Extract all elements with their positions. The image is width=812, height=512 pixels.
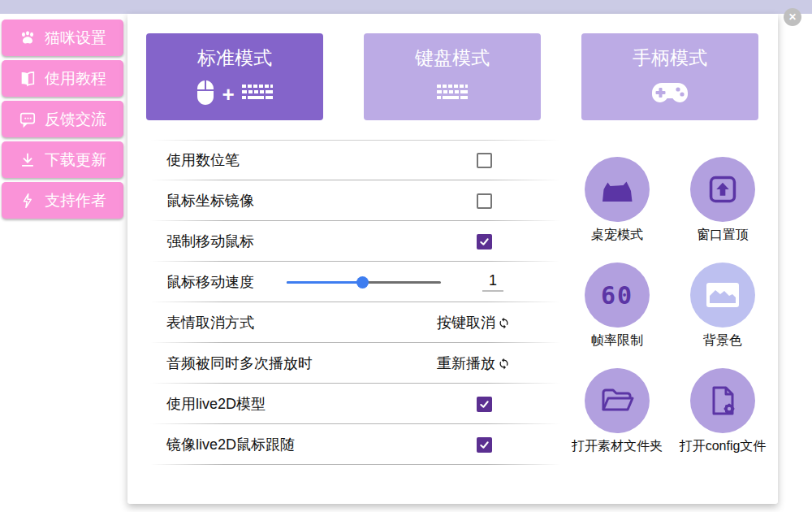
action-window-on-top[interactable]: 窗口置顶 bbox=[670, 157, 775, 244]
setting-label: 镜像live2D鼠标跟随 bbox=[166, 435, 295, 454]
action-label: 打开config文件 bbox=[680, 438, 767, 455]
setting-label: 使用live2D模型 bbox=[166, 394, 266, 414]
checkmark-icon bbox=[479, 440, 490, 450]
file-gear-icon bbox=[708, 384, 737, 417]
mode-button-keyboard[interactable]: 键盘模式 bbox=[364, 33, 541, 120]
sidebar: 猫咪设置 使用教程 反馈交流 下载更新 bbox=[2, 20, 123, 223]
setting-row-digital-pen: 使用数位笔 bbox=[150, 140, 560, 180]
mode-label: 键盘模式 bbox=[415, 46, 490, 71]
sidebar-item-label: 下载更新 bbox=[45, 150, 106, 171]
mouse-speed-value-input[interactable]: 1 bbox=[482, 272, 503, 292]
cycle-value: 按键取消 bbox=[437, 313, 495, 332]
setting-label: 强制移动鼠标 bbox=[166, 232, 254, 251]
action-label: 背景色 bbox=[703, 332, 742, 349]
folder-open-icon bbox=[600, 387, 634, 414]
mode-selector: 标准模式 + 键盘模式 bbox=[146, 33, 758, 120]
keyboard-icon bbox=[436, 84, 469, 105]
cat-icon bbox=[598, 176, 637, 203]
fps-badge: 60 bbox=[601, 281, 633, 310]
action-label: 打开素材文件夹 bbox=[572, 438, 663, 455]
live2d-model-checkbox[interactable] bbox=[477, 397, 492, 412]
setting-row-mouse-speed: 鼠标移动速度 1 bbox=[150, 262, 560, 302]
sidebar-item-tutorial[interactable]: 使用教程 bbox=[2, 60, 123, 97]
setting-label: 表情取消方式 bbox=[166, 313, 254, 332]
setting-label: 使用数位笔 bbox=[166, 150, 240, 170]
force-move-mouse-checkbox[interactable] bbox=[477, 234, 492, 249]
gamepad-icon bbox=[651, 81, 689, 107]
mode-label: 手柄模式 bbox=[633, 46, 707, 71]
book-icon bbox=[19, 70, 37, 88]
action-label: 桌宠模式 bbox=[591, 227, 643, 244]
paw-icon bbox=[19, 29, 37, 47]
mouse-icon bbox=[196, 80, 215, 109]
sidebar-item-label: 支持作者 bbox=[45, 190, 106, 211]
digital-pen-checkbox[interactable] bbox=[477, 153, 492, 168]
sidebar-item-label: 使用教程 bbox=[45, 68, 106, 89]
mode-label: 标准模式 bbox=[197, 46, 272, 71]
mode-button-standard[interactable]: 标准模式 + bbox=[146, 33, 323, 120]
action-label: 窗口置顶 bbox=[697, 227, 749, 244]
expression-cancel-cycle-button[interactable]: 按键取消 bbox=[437, 313, 510, 332]
cycle-value: 重新播放 bbox=[437, 354, 495, 373]
setting-label: 鼠标坐标镜像 bbox=[166, 191, 254, 210]
mode-button-gamepad[interactable]: 手柄模式 bbox=[581, 33, 758, 120]
action-open-assets-folder[interactable]: 打开素材文件夹 bbox=[564, 368, 670, 455]
keyboard-icon bbox=[241, 84, 274, 105]
slider-thumb[interactable] bbox=[356, 276, 369, 289]
sync-icon bbox=[498, 317, 510, 329]
chat-icon bbox=[19, 111, 37, 128]
slider-fill bbox=[287, 281, 362, 284]
settings-panel: 标准模式 + 键盘模式 bbox=[127, 14, 778, 504]
setting-row-live2d-mirror-follow: 镜像live2D鼠标跟随 bbox=[150, 424, 560, 465]
setting-label: 鼠标移动速度 bbox=[166, 272, 254, 292]
settings-list: 使用数位笔 鼠标坐标镜像 强制移动鼠标 鼠标移动速度 1 bbox=[150, 140, 560, 465]
window-titlebar bbox=[0, 0, 812, 14]
checkmark-icon bbox=[479, 236, 490, 247]
setting-row-live2d-model: 使用live2D模型 bbox=[150, 384, 560, 424]
sidebar-item-feedback[interactable]: 反馈交流 bbox=[2, 101, 123, 137]
plus-icon: + bbox=[222, 84, 234, 105]
action-background-color[interactable]: 背景色 bbox=[670, 263, 775, 349]
lightning-icon bbox=[19, 192, 37, 210]
download-icon bbox=[19, 151, 37, 169]
audio-replay-cycle-button[interactable]: 重新播放 bbox=[437, 354, 510, 373]
setting-row-mouse-mirror: 鼠标坐标镜像 bbox=[150, 180, 560, 221]
sidebar-item-label: 反馈交流 bbox=[45, 109, 106, 130]
window-top-icon bbox=[706, 173, 739, 206]
action-open-config-file[interactable]: 打开config文件 bbox=[670, 368, 775, 455]
sidebar-item-cat-settings[interactable]: 猫咪设置 bbox=[2, 20, 123, 56]
checkmark-icon bbox=[479, 399, 490, 410]
quick-actions-grid: 桌宠模式 窗口置顶 60 帧率限制 背 bbox=[564, 157, 775, 455]
action-fps-limit[interactable]: 60 帧率限制 bbox=[564, 263, 670, 349]
sync-icon bbox=[498, 358, 510, 370]
sidebar-item-download-update[interactable]: 下载更新 bbox=[2, 141, 123, 178]
sidebar-item-label: 猫咪设置 bbox=[45, 28, 106, 49]
live2d-mirror-follow-checkbox[interactable] bbox=[477, 437, 492, 453]
image-icon bbox=[705, 281, 741, 309]
action-label: 帧率限制 bbox=[591, 332, 643, 349]
mouse-speed-slider[interactable] bbox=[287, 276, 441, 289]
setting-row-audio-replay: 音频被同时多次播放时 重新播放 bbox=[150, 343, 560, 384]
mouse-mirror-checkbox[interactable] bbox=[477, 193, 492, 209]
setting-row-expression-cancel: 表情取消方式 按键取消 bbox=[150, 302, 560, 343]
sidebar-item-support-author[interactable]: 支持作者 bbox=[2, 182, 123, 219]
action-desktop-pet-mode[interactable]: 桌宠模式 bbox=[564, 157, 670, 244]
setting-row-force-move-mouse: 强制移动鼠标 bbox=[150, 221, 560, 262]
close-button[interactable]: ✕ bbox=[784, 8, 801, 26]
setting-label: 音频被同时多次播放时 bbox=[166, 354, 313, 373]
